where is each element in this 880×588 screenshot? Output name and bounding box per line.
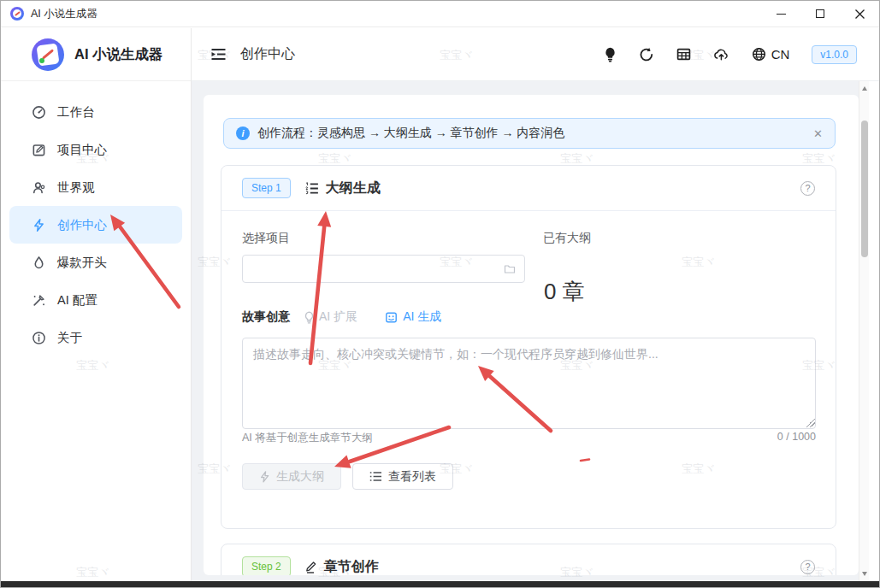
cloud-upload-icon[interactable]: [713, 47, 729, 62]
list-icon: [369, 471, 382, 482]
scrollbar-thumb[interactable]: [861, 121, 868, 257]
sidebar-item-ai-config[interactable]: AI 配置: [9, 281, 182, 319]
main-header: 创作中心 CN v1.0.0: [192, 28, 880, 81]
workflow-banner: i 创作流程：灵感构思 → 大纲生成 → 章节创作 → 内容润色 ✕: [223, 118, 836, 149]
sidebar: AI 小说生成器 工作台 项目中心 世界观 创作中心 爆款开头: [1, 28, 192, 583]
sidebar-item-hot-openings[interactable]: 爆款开头: [9, 244, 182, 281]
idea-toolbar: 故事创意 AI 扩展 AI 生成: [242, 309, 441, 325]
version-badge: v1.0.0: [812, 45, 857, 64]
sidebar-item-label: 关于: [57, 330, 82, 346]
folder-icon: [504, 263, 516, 274]
step2-help-icon[interactable]: ?: [800, 560, 815, 574]
header-actions: CN v1.0.0: [604, 45, 880, 64]
sidebar-item-label: 爆款开头: [57, 255, 107, 271]
table-icon[interactable]: [676, 47, 691, 62]
app-window: AI 小说生成器 AI 小说生成器 工作台 项目中心 世界: [0, 0, 880, 588]
window-title: AI 小说生成器: [31, 7, 97, 21]
view-list-label: 查看列表: [388, 469, 436, 485]
ai-generate-button[interactable]: AI 生成: [385, 309, 441, 325]
step1-actions: 生成大纲 查看列表: [242, 463, 453, 490]
sidebar-item-projects[interactable]: 项目中心: [9, 131, 182, 168]
close-icon: [854, 9, 865, 20]
view-list-button[interactable]: 查看列表: [352, 463, 453, 490]
step1-card: Step 1 大纲生成 ? 选择项目 已有大纲 0 章 故事创意: [221, 165, 836, 529]
vertical-scrollbar[interactable]: [859, 81, 869, 583]
dashboard-icon: [32, 105, 46, 120]
window-bottom-edge: [1, 581, 880, 587]
sidebar-menu: 工作台 项目中心 世界观 创作中心 爆款开头 AI 配置: [1, 81, 191, 356]
window-controls: [761, 1, 879, 26]
info-icon: [32, 331, 46, 345]
char-counter: 0 / 1000: [777, 431, 816, 445]
ordered-list-icon: [304, 181, 320, 196]
project-icon: [32, 143, 46, 157]
step2-title: 章节创作: [324, 558, 379, 576]
workflow-text: 创作流程：灵感构思 → 大纲生成 → 章节创作 → 内容润色: [257, 126, 564, 141]
ai-expand-label: AI 扩展: [319, 309, 357, 325]
config-icon: [32, 293, 46, 308]
content-background: i 创作流程：灵感构思 → 大纲生成 → 章节创作 → 内容润色 ✕ Step …: [192, 81, 859, 583]
collapse-sidebar-icon[interactable]: [210, 47, 227, 62]
story-idea-label: 故事创意: [242, 309, 290, 325]
language-label: CN: [771, 47, 790, 62]
minimize-button[interactable]: [761, 1, 800, 26]
textarea-resize-handle[interactable]: [806, 419, 815, 427]
generate-outline-label: 生成大纲: [276, 469, 324, 485]
hint-row: AI 将基于创意生成章节大纲 0 / 1000: [242, 431, 816, 445]
titlebar: AI 小说生成器: [1, 1, 879, 27]
outline-count: 0 章: [544, 277, 585, 307]
story-idea-input[interactable]: [242, 338, 816, 429]
select-project-label: 选择项目: [242, 231, 290, 246]
app-title: AI 小说生成器: [74, 45, 163, 64]
robot-icon: [385, 311, 398, 324]
sidebar-item-worldview[interactable]: 世界观: [9, 168, 182, 206]
theme-lightbulb-icon[interactable]: [604, 47, 617, 62]
creation-panel: i 创作流程：灵感构思 → 大纲生成 → 章节创作 → 内容润色 ✕ Step …: [204, 95, 859, 575]
step2-badge: Step 2: [242, 556, 291, 575]
maximize-button[interactable]: [800, 1, 840, 26]
step2-header: Step 2 章节创作 ?: [221, 544, 836, 575]
minimize-icon: [777, 14, 786, 15]
lightning-icon: [32, 218, 46, 232]
sidebar-item-label: 项目中心: [57, 142, 107, 158]
idea-hint: AI 将基于创意生成章节大纲: [242, 431, 373, 445]
ai-generate-label: AI 生成: [403, 309, 441, 325]
sidebar-item-label: AI 配置: [57, 292, 97, 309]
sidebar-item-workbench[interactable]: 工作台: [9, 93, 182, 131]
banner-close-icon[interactable]: ✕: [813, 127, 823, 140]
sidebar-item-label: 世界观: [57, 179, 95, 196]
language-switch[interactable]: CN: [752, 47, 790, 62]
scroll-up-icon[interactable]: [862, 86, 867, 91]
sidebar-item-creation-center[interactable]: 创作中心: [9, 206, 182, 244]
sidebar-item-label: 创作中心: [57, 217, 107, 233]
existing-outline-label: 已有大纲: [543, 231, 591, 246]
app-logo-icon: [10, 7, 24, 21]
info-icon: i: [236, 126, 250, 140]
sidebar-logo: AI 小说生成器: [1, 28, 191, 81]
flame-icon: [32, 256, 46, 270]
sidebar-item-label: 工作台: [57, 104, 95, 121]
lightning-icon: [259, 471, 270, 483]
app-logo-icon: [32, 38, 64, 71]
step1-header: Step 1 大纲生成 ?: [221, 166, 836, 211]
lightbulb-outline-icon: [304, 311, 315, 324]
generate-outline-button[interactable]: 生成大纲: [242, 463, 341, 490]
content-area: i 创作流程：灵感构思 → 大纲生成 → 章节创作 → 内容润色 ✕ Step …: [192, 81, 880, 583]
step1-badge: Step 1: [242, 178, 291, 198]
globe-icon: [752, 47, 766, 62]
step2-card: Step 2 章节创作 ?: [221, 544, 836, 575]
worldview-icon: [32, 180, 46, 195]
scroll-down-icon[interactable]: [862, 572, 867, 576]
maximize-icon: [816, 9, 824, 18]
step1-help-icon[interactable]: ?: [800, 181, 815, 196]
ai-expand-button[interactable]: AI 扩展: [304, 309, 357, 325]
project-select[interactable]: [242, 255, 525, 283]
refresh-icon[interactable]: [639, 47, 654, 62]
close-button[interactable]: [840, 1, 879, 26]
step1-title: 大纲生成: [326, 179, 381, 197]
page-title: 创作中心: [240, 45, 295, 63]
pencil-icon: [304, 560, 318, 573]
sidebar-item-about[interactable]: 关于: [9, 319, 182, 356]
